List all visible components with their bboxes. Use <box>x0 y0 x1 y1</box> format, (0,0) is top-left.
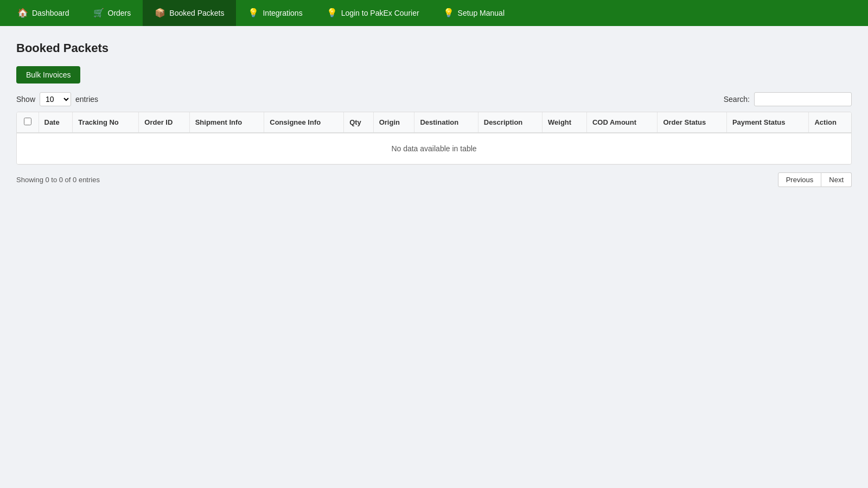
previous-button[interactable]: Previous <box>778 172 822 187</box>
th-order-status: Order Status <box>658 112 727 133</box>
table-controls: Show 10 25 50 100 entries Search: <box>16 92 852 106</box>
th-checkbox <box>17 112 39 133</box>
search-label: Search: <box>724 95 750 104</box>
th-order-id: Order ID <box>139 112 189 133</box>
show-entries-control: Show 10 25 50 100 entries <box>16 92 98 106</box>
setup-manual-icon: 💡 <box>443 9 454 17</box>
show-label: Show <box>16 95 35 104</box>
bulk-invoices-button[interactable]: Bulk Invoices <box>16 66 80 84</box>
th-date: Date <box>39 112 73 133</box>
select-all-checkbox[interactable] <box>24 118 31 125</box>
th-destination: Destination <box>414 112 478 133</box>
search-box: Search: <box>724 92 852 106</box>
next-button[interactable]: Next <box>821 172 852 187</box>
th-cod-amount: COD Amount <box>586 112 658 133</box>
nav-integrations-label: Integrations <box>263 9 302 17</box>
search-input[interactable] <box>754 92 852 106</box>
table-footer: Showing 0 to 0 of 0 entries Previous Nex… <box>16 172 852 187</box>
th-origin: Origin <box>373 112 414 133</box>
main-nav: 🏠 Dashboard 🛒 Orders 📦 Booked Packets 💡 … <box>0 0 868 26</box>
entries-label: entries <box>75 95 98 104</box>
nav-setup-manual[interactable]: 💡 Setup Manual <box>431 0 516 26</box>
nav-booked-packets[interactable]: 📦 Booked Packets <box>143 0 236 26</box>
th-description: Description <box>478 112 542 133</box>
toolbar: Bulk Invoices <box>16 66 852 84</box>
nav-orders[interactable]: 🛒 Orders <box>81 0 143 26</box>
th-tracking-no: Tracking No <box>73 112 139 133</box>
main-content: Booked Packets Bulk Invoices Show 10 25 … <box>0 26 868 202</box>
th-qty: Qty <box>344 112 374 133</box>
no-data-row: No data available in table <box>17 133 851 164</box>
page-title: Booked Packets <box>16 41 852 55</box>
th-payment-status: Payment Status <box>726 112 809 133</box>
th-consignee-info: Consignee Info <box>264 112 344 133</box>
entries-select[interactable]: 10 25 50 100 <box>40 92 71 106</box>
th-shipment-info: Shipment Info <box>189 112 264 133</box>
nav-booked-packets-label: Booked Packets <box>169 9 224 17</box>
integrations-icon: 💡 <box>248 9 259 17</box>
nav-integrations[interactable]: 💡 Integrations <box>236 0 314 26</box>
no-data-cell: No data available in table <box>17 133 851 164</box>
orders-icon: 🛒 <box>93 9 104 17</box>
table-wrapper: Date Tracking No Order ID Shipment Info … <box>16 112 852 165</box>
nav-login-pakex-label: Login to PakEx Courier <box>341 9 419 17</box>
nav-dashboard[interactable]: 🏠 Dashboard <box>5 0 81 26</box>
booked-packets-icon: 📦 <box>155 9 165 17</box>
nav-orders-label: Orders <box>108 9 131 17</box>
table-header-row: Date Tracking No Order ID Shipment Info … <box>17 112 851 133</box>
dashboard-icon: 🏠 <box>17 9 28 17</box>
th-action: Action <box>809 112 851 133</box>
nav-login-pakex[interactable]: 💡 Login to PakEx Courier <box>315 0 431 26</box>
entries-info: Showing 0 to 0 of 0 entries <box>16 176 100 184</box>
login-pakex-icon: 💡 <box>327 9 337 17</box>
nav-setup-manual-label: Setup Manual <box>458 9 505 17</box>
nav-dashboard-label: Dashboard <box>32 9 69 17</box>
pagination: Previous Next <box>778 172 852 187</box>
th-weight: Weight <box>542 112 587 133</box>
packets-table: Date Tracking No Order ID Shipment Info … <box>17 112 851 164</box>
